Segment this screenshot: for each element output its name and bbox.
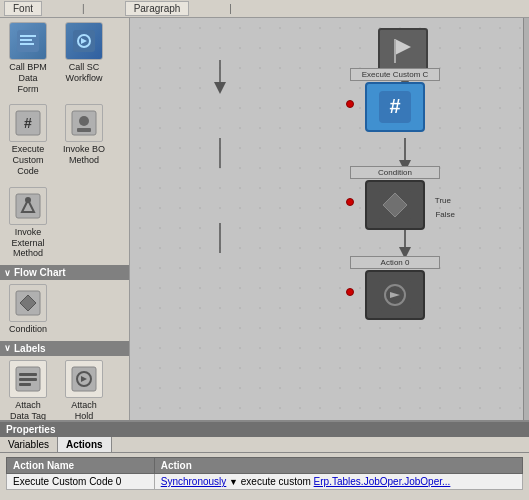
condition-icon [9,284,47,322]
svg-rect-3 [20,43,34,45]
attach-tag-label: AttachData Tag [10,400,46,420]
action-dropdown-icon[interactable]: ▼ [229,477,238,487]
middle-area: Call BPMDataForm Call SCWorkflow # [0,18,529,420]
invoke-bo-label: Invoke BOMethod [63,144,105,166]
action0-node-title: Action 0 [350,256,440,269]
action0-connector-left [346,288,354,296]
sidebar-item-invoke-bo[interactable]: Invoke BOMethod [58,104,110,176]
sidebar-section-ext: InvokeExternalMethod [0,183,129,263]
properties-table: Action Name Action Execute Custom Code 0… [6,457,523,490]
sidebar-section-labels: Labels AttachData Tag AttachHold [0,341,129,420]
sidebar-item-attach-hold[interactable]: AttachHold [58,360,110,420]
sidebar-section-flowchart: Flow Chart Condition [0,265,129,339]
invoke-ext-icon [9,187,47,225]
svg-point-9 [79,116,89,126]
properties-panel: Properties Variables Actions Action Name… [0,420,529,500]
svg-rect-17 [19,383,31,386]
exec-node-title: Execute Custom C [350,68,440,81]
call-sc-icon [65,22,103,60]
svg-rect-15 [19,373,37,376]
sidebar-flowchart-label: Flow Chart [14,267,66,278]
flow-node-action0[interactable]: Action 0 [350,256,440,320]
call-sc-label: Call SCWorkflow [66,62,103,84]
sidebar-item-invoke-ext[interactable]: InvokeExternalMethod [2,187,54,259]
call-bpm-icon [9,22,47,60]
condition-label: Condition [9,324,47,335]
sidebar-code-items: # ExecuteCustomCode Invoke BOMethod [0,100,129,180]
canvas-area[interactable]: Execute Custom C # Condition True False [130,18,523,420]
sidebar: Call BPMDataForm Call SCWorkflow # [0,18,130,420]
properties-tabs: Variables Actions [0,437,529,453]
action-link-erp[interactable]: Erp.Tables.JobOper.JobOper... [314,476,451,487]
sidebar-flowchart-items: Condition [0,280,129,339]
tab-actions[interactable]: Actions [58,437,112,452]
svg-rect-16 [19,378,37,381]
condition-node-box[interactable]: True False [365,180,425,230]
canvas-svg [130,18,523,420]
sidebar-ext-items: InvokeExternalMethod [0,183,129,263]
exec-custom-label: ExecuteCustomCode [12,144,45,176]
flow-node-execute-custom[interactable]: Execute Custom C # [350,68,440,132]
condition-connector-left [346,198,354,206]
properties-content: Action Name Action Execute Custom Code 0… [0,453,529,494]
attach-hold-icon [65,360,103,398]
sidebar-section-bpm: Call BPMDataForm Call SCWorkflow [0,18,129,98]
right-resize-handle[interactable] [523,18,529,420]
svg-text:#: # [389,95,400,117]
invoke-ext-label: InvokeExternalMethod [11,227,44,259]
sidebar-item-call-sc[interactable]: Call SCWorkflow [58,22,110,94]
action-text-execute: execute custom [241,476,314,487]
call-bpm-label: Call BPMDataForm [9,62,47,94]
attach-hold-label: AttachHold [71,400,97,420]
condition-node-title: Condition [350,166,440,179]
prop-table-header-row: Action Name Action [7,458,523,474]
flow-node-flag[interactable] [378,28,428,73]
sidebar-item-condition[interactable]: Condition [2,284,54,335]
col-action: Action [154,458,522,474]
condition-false-label: False [435,210,455,219]
svg-rect-2 [20,39,32,41]
sidebar-flowchart-header[interactable]: Flow Chart [0,265,129,280]
svg-rect-1 [20,35,36,37]
action-name-cell: Execute Custom Code 0 [7,474,155,490]
sidebar-section-code: # ExecuteCustomCode Invoke BOMethod [0,100,129,180]
action-link-sync[interactable]: Synchronously [161,476,227,487]
sidebar-item-exec-custom[interactable]: # ExecuteCustomCode [2,104,54,176]
svg-rect-10 [77,128,91,132]
flag-node-box[interactable] [378,28,428,73]
condition-true-label: True [435,196,451,205]
sidebar-item-call-bpm[interactable]: Call BPMDataForm [2,22,54,94]
sidebar-labels-items: AttachData Tag AttachHold RemoveData Tag [0,356,129,420]
action0-node-box[interactable] [365,270,425,320]
toolbar-paragraph-label: Paragraph [125,1,190,16]
svg-point-12 [25,197,31,203]
svg-text:#: # [24,115,32,131]
toolbar-font: Font [4,1,42,16]
toolbar-divider1: | [82,3,85,14]
flow-node-condition[interactable]: Condition True False [350,166,440,230]
table-row: Execute Custom Code 0 Synchronously ▼ ex… [7,474,523,490]
sidebar-item-attach-tag[interactable]: AttachData Tag [2,360,54,420]
sidebar-labels-label: Labels [14,343,46,354]
exec-node-box[interactable]: # [365,82,425,132]
action-cell: Synchronously ▼ execute custom Erp.Table… [154,474,522,490]
properties-header: Properties [0,422,529,437]
attach-tag-icon [9,360,47,398]
toolbar: Font | Paragraph | [0,0,529,18]
col-action-name: Action Name [7,458,155,474]
invoke-bo-icon [65,104,103,142]
sidebar-labels-header[interactable]: Labels [0,341,129,356]
toolbar-divider2: | [229,3,232,14]
sidebar-bpm-items: Call BPMDataForm Call SCWorkflow [0,18,129,98]
main-container: Font | Paragraph | Call BPMDataForm [0,0,529,500]
tab-variables[interactable]: Variables [0,437,58,452]
exec-connector-left [346,100,354,108]
exec-custom-icon: # [9,104,47,142]
